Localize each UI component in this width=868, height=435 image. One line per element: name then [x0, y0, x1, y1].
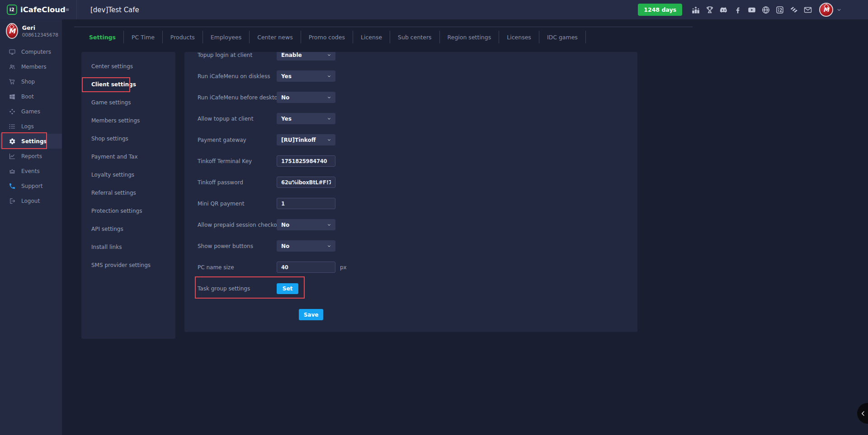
client-settings-form: Topup login at clientEnableRun iCafeMenu… — [184, 52, 637, 332]
tab-promo-codes[interactable]: Promo codes — [301, 31, 353, 43]
avatar[interactable]: M — [819, 3, 833, 17]
cart-icon — [9, 78, 16, 85]
main-content: SettingsPC TimeProductsEmployeesCenter n… — [62, 19, 868, 435]
youtube-icon[interactable] — [747, 5, 756, 14]
user-name: Geri — [22, 24, 58, 32]
sidebar-item-logout[interactable]: Logout — [0, 193, 62, 208]
brand-logo[interactable]: i2 iCafeCloud — [7, 5, 66, 15]
chevron-down-icon[interactable] — [836, 7, 842, 13]
sidebar-item-events[interactable]: Events — [0, 164, 62, 178]
tab-settings[interactable]: Settings — [81, 31, 124, 43]
list-icon — [9, 123, 16, 130]
globe-icon[interactable] — [761, 5, 770, 14]
trophy-icon[interactable] — [705, 5, 714, 14]
layers-icon[interactable] — [789, 5, 798, 14]
chevron-down-icon — [327, 244, 331, 248]
user-avatar: M — [6, 23, 18, 39]
select-value: No — [281, 243, 289, 249]
settings-menu-item-game-settings[interactable]: Game settings — [81, 96, 175, 109]
sidebar-item-label: Members — [21, 64, 47, 70]
field-label: Task group settings — [198, 285, 277, 292]
tab-idc-games[interactable]: IDC games — [539, 31, 586, 43]
icafecloud-icon[interactable] — [775, 5, 784, 14]
settings-menu-item-center-settings[interactable]: Center settings — [81, 60, 175, 73]
select-value: No — [281, 94, 289, 101]
sidebar-item-computers[interactable]: Computers — [0, 44, 62, 59]
field-label: Payment gateway — [198, 137, 277, 143]
tab-sub-centers[interactable]: Sub centers — [390, 31, 440, 43]
tab-region-settings[interactable]: Region settings — [440, 31, 500, 43]
sidebar-item-label: Settings — [21, 138, 47, 145]
license-days-badge[interactable]: 1248 days — [638, 4, 682, 16]
sidebar-item-support[interactable]: Support — [0, 178, 62, 193]
field-label: Show power buttons — [198, 243, 277, 249]
form-row-payment-gateway: Payment gateway[RU]Tinkoff — [198, 134, 637, 145]
sidebar-item-label: Logout — [21, 198, 40, 204]
account-menu[interactable]: M — [819, 3, 842, 17]
settings-menu-item-members-settings[interactable]: Members settings — [81, 114, 175, 127]
settings-menu-item-referral-settings[interactable]: Referral settings — [81, 187, 175, 199]
tinkoff-terminal-key-input[interactable] — [277, 155, 335, 167]
form-row-run-icafemenu-on-diskless: Run iCafeMenu on disklessYes — [198, 70, 637, 82]
sidebar-item-label: Reports — [21, 153, 42, 159]
tab-products[interactable]: Products — [163, 31, 203, 43]
logout-icon — [9, 197, 16, 205]
leaderboard-icon[interactable] — [691, 5, 700, 14]
sidebar-item-members[interactable]: Members — [0, 59, 62, 74]
settings-menu-item-sms-provider-settings[interactable]: SMS provider settings — [81, 259, 175, 271]
run-icafemenu-on-diskless-select[interactable]: Yes — [277, 70, 335, 82]
tab-license[interactable]: License — [353, 31, 390, 43]
sidebar-item-logs[interactable]: Logs — [0, 119, 62, 134]
settings-menu-item-loyalty-settings[interactable]: Loyalty settings — [81, 168, 175, 181]
settings-menu-item-install-links[interactable]: Install links — [81, 241, 175, 253]
settings-menu-item-shop-settings[interactable]: Shop settings — [81, 132, 175, 145]
field-label: Tinkoff password — [198, 179, 277, 186]
form-rows: Topup login at clientEnableRun iCafeMenu… — [198, 52, 637, 294]
tab-licenses[interactable]: Licenses — [499, 31, 539, 43]
page: i2 iCafeCloud [dev]Test Cafe 1248 days M… — [0, 0, 868, 435]
show-power-buttons-select[interactable]: No — [277, 240, 335, 252]
tab-employees[interactable]: Employees — [203, 31, 250, 43]
allow-prepaid-session-checkout-select[interactable]: No — [277, 219, 335, 230]
chevron-left-icon — [860, 410, 867, 417]
select-value: No — [281, 222, 289, 228]
field-label: Tinkoff Terminal Key — [198, 158, 277, 164]
form-row-show-power-buttons: Show power buttonsNo — [198, 240, 637, 252]
tinkoff-password-input[interactable] — [277, 177, 335, 188]
task-group-settings-button[interactable]: Set — [277, 283, 298, 294]
tab-center-news[interactable]: Center news — [250, 31, 301, 43]
gear-icon — [9, 138, 16, 145]
form-row-pc-name-size: PC name sizepx — [198, 262, 637, 273]
sidebar-item-shop[interactable]: Shop — [0, 74, 62, 89]
field-label: Topup login at client — [198, 52, 277, 58]
settings-menu-item-api-settings[interactable]: API settings — [81, 223, 175, 235]
facebook-icon[interactable] — [733, 5, 742, 14]
tab-pc-time[interactable]: PC Time — [124, 31, 163, 43]
sidebar-item-games[interactable]: Games — [0, 104, 62, 119]
settings-menu-item-payment-and-tax[interactable]: Payment and Tax — [81, 150, 175, 163]
save-button[interactable]: Save — [299, 309, 323, 320]
form-row-run-icafemenu-before-desktop: Run iCafeMenu before desktopNo — [198, 92, 637, 103]
settings-menu-item-client-settings[interactable]: Client settings — [81, 78, 175, 91]
chevron-down-icon — [327, 53, 331, 57]
form-row-allow-topup-at-client: Allow topup at clientYes — [198, 113, 637, 124]
payment-gateway-select[interactable]: [RU]Tinkoff — [277, 134, 335, 145]
hamburger-menu-icon[interactable] — [66, 5, 69, 14]
pc-name-size-input[interactable] — [277, 262, 335, 273]
phone-icon — [9, 182, 16, 190]
mini-qr-payment-input[interactable] — [277, 198, 335, 209]
sidebar-item-boot[interactable]: Boot — [0, 89, 62, 104]
content-area: Center settingsClient settingsGame setti… — [81, 52, 868, 339]
settings-menu-item-protection-settings[interactable]: Protection settings — [81, 205, 175, 217]
allow-topup-at-client-select[interactable]: Yes — [277, 113, 335, 124]
select-value: Yes — [281, 73, 292, 80]
mail-icon[interactable] — [803, 5, 812, 14]
run-icafemenu-before-desktop-select[interactable]: No — [277, 92, 335, 103]
form-row-mini-qr-payment: Mini QR payment — [198, 198, 637, 209]
sidebar-item-settings[interactable]: Settings — [0, 134, 62, 149]
topup-login-at-client-select[interactable]: Enable — [277, 52, 335, 61]
sidebar-item-reports[interactable]: Reports — [0, 149, 62, 164]
sidebar-user: M Geri 008612345678 — [0, 19, 62, 42]
discord-icon[interactable] — [719, 5, 728, 14]
chevron-down-icon — [327, 223, 331, 227]
